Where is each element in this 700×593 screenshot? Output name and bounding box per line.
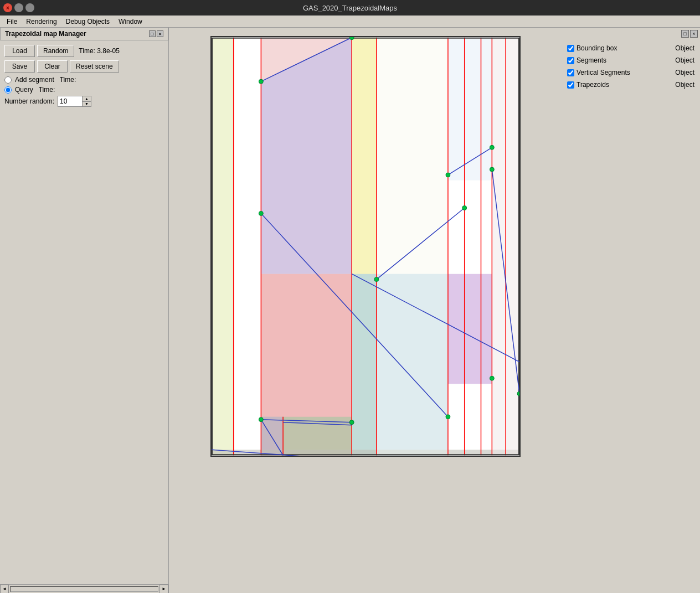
reset-button[interactable]: Reset scene [70,60,119,73]
checkbox-vertical-segments[interactable] [567,69,574,76]
random-button[interactable]: Random [37,45,74,57]
panel-title: Trapezoidal map Manager [5,30,86,38]
menu-debug-objects[interactable]: Debug Objects [61,17,114,27]
checkbox-trapezoids[interactable] [567,81,574,89]
number-random-row: Number random: ▲ ▼ [4,96,164,107]
window-title: GAS_2020_TrapezoidalMaps [303,4,397,12]
query-time: Time: [39,86,55,94]
add-segment-time: Time: [60,76,76,84]
menu-bar: File Rendering Debug Objects Window [0,16,700,28]
svg-point-40 [445,173,450,177]
spinner-up-button[interactable]: ▲ [83,96,91,102]
vertical-segments-value: Object [675,69,694,76]
spinner-down-button[interactable]: ▼ [83,102,91,107]
number-random-label: Number random: [4,97,54,105]
panel-header: Trapezoidal map Manager □ × [0,28,168,40]
window-controls[interactable]: × [3,3,34,12]
debug-row-segments: Segments Object [567,56,694,64]
canvas-svg [212,37,519,456]
spinner-wrapper[interactable]: ▲ ▼ [58,96,91,107]
debug-row-bounding-box: Bounding box Object [567,44,694,52]
svg-point-47 [259,417,263,422]
svg-marker-11 [376,38,447,456]
vertical-segments-label: Vertical Segments [577,69,630,76]
segments-value: Object [675,56,694,64]
segments-label: Segments [577,56,606,64]
number-random-input[interactable] [58,96,83,107]
debug-row-trapezoids: Trapezoids Object [567,81,694,89]
load-button[interactable]: Load [4,45,35,57]
main-area: Trapezoidal map Manager □ × Load Random … [0,28,700,593]
bounding-box-label: Bounding box [577,44,617,52]
center-area [169,28,562,593]
trapezoids-label: Trapezoids [577,81,609,89]
add-segment-label: Add segment [15,76,54,84]
scroll-track-h[interactable] [10,586,158,592]
spinner-arrows[interactable]: ▲ ▼ [83,96,91,107]
svg-point-38 [374,277,378,282]
svg-point-45 [517,391,519,396]
debug-label-bounding-box: Bounding box [567,44,617,52]
svg-marker-12 [447,38,491,181]
save-button[interactable]: Save [4,60,35,73]
btn-row-2: Save Clear Reset scene [4,60,164,73]
canvas-container[interactable] [210,36,521,457]
svg-point-43 [490,167,494,172]
right-panel-header[interactable]: □ × [681,30,698,38]
svg-point-39 [462,206,466,210]
left-panel: Trapezoidal map Manager □ × Load Random … [0,28,169,593]
radio-query-row: Query Time: [4,86,164,94]
debug-items: Bounding box Object Segments Object Vert… [567,44,694,89]
scroll-left-button[interactable]: ◄ [0,585,9,594]
panel-icon-1[interactable]: □ [149,30,156,37]
close-button[interactable]: × [3,3,12,12]
query-radio[interactable] [4,86,12,94]
svg-point-42 [445,415,450,419]
svg-point-37 [259,211,263,215]
debug-label-segments: Segments [567,56,606,64]
minimize-button[interactable] [14,3,23,12]
svg-point-35 [349,37,354,40]
panel-icon-2[interactable]: × [157,30,163,37]
svg-point-46 [349,420,354,425]
debug-row-vertical-segments: Vertical Segments Object [567,69,694,76]
checkbox-segments[interactable] [567,57,574,64]
bounding-box-value: Object [675,44,694,52]
svg-marker-7 [447,274,491,384]
right-panel-icon-2[interactable]: × [690,30,698,38]
clear-button[interactable]: Clear [37,60,68,73]
radio-add-segment-row: Add segment Time: [4,76,164,84]
svg-point-36 [259,79,263,84]
menu-file[interactable]: File [2,17,22,27]
trapezoids-value: Object [675,81,694,89]
scroll-right-button[interactable]: ► [159,585,168,594]
svg-point-44 [490,376,494,380]
add-segment-radio[interactable] [4,76,12,84]
right-panel-icon-1[interactable]: □ [681,30,689,38]
maximize-button[interactable] [25,3,34,12]
panel-content: Load Random Time: 3.8e-05 Save Clear Res… [0,40,168,584]
checkbox-bounding-box[interactable] [567,45,574,52]
btn-row-1: Load Random Time: 3.8e-05 [4,45,164,57]
right-panel: □ × Bounding box Object Segments Object [562,28,700,593]
time-display: Time: 3.8e-05 [79,47,120,55]
svg-point-41 [490,145,494,149]
menu-rendering[interactable]: Rendering [22,17,61,27]
svg-marker-1 [212,38,234,456]
debug-label-trapezoids: Trapezoids [567,81,609,89]
debug-label-vertical-segments: Vertical Segments [567,69,630,76]
panel-scrollbar-bottom: ◄ ► [0,584,168,593]
menu-window[interactable]: Window [114,17,147,27]
title-bar: × GAS_2020_TrapezoidalMaps [0,0,700,16]
query-label: Query [15,86,33,94]
panel-header-icons[interactable]: □ × [149,30,163,37]
